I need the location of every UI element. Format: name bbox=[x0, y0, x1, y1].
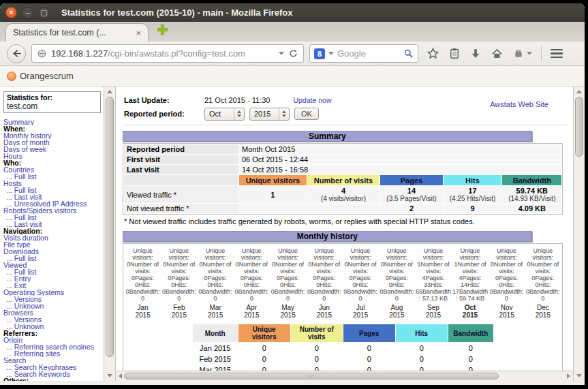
sidebar-item[interactable]: ... Full list bbox=[3, 173, 104, 180]
search-engine-dropdown-icon[interactable] bbox=[328, 52, 334, 55]
monthly-column-month: Jan 2015 bbox=[125, 304, 161, 319]
sidebar-item[interactable]: Origin bbox=[3, 337, 104, 343]
sidebar-item[interactable]: ... Entry bbox=[3, 275, 104, 282]
sidebar-item[interactable]: ... Last visit bbox=[3, 221, 104, 228]
sidebar-item[interactable]: Viewed bbox=[3, 262, 104, 268]
sidebar-item[interactable]: ... Unresolved IP Address bbox=[3, 200, 104, 207]
viewed-unique: 1 bbox=[239, 186, 307, 203]
reload-icon[interactable] bbox=[288, 48, 298, 59]
sidebar-item[interactable]: ... Full list bbox=[3, 255, 104, 262]
spin-up-icon[interactable] bbox=[282, 110, 286, 113]
search-icon[interactable] bbox=[403, 48, 414, 59]
statistics-for-box: Statistics for: test.com bbox=[3, 91, 101, 113]
scroll-left-icon[interactable] bbox=[119, 373, 122, 379]
year-spinner[interactable]: 2015 bbox=[249, 108, 290, 121]
sidebar-item[interactable]: ... Referring search engines bbox=[3, 343, 104, 350]
sidebar-item[interactable]: ... Full list bbox=[3, 268, 104, 275]
sidebar-item[interactable]: Countries bbox=[3, 166, 104, 173]
url-bar[interactable]: 192.168.1.227/cgi-bin/awstats.pl?config=… bbox=[31, 44, 304, 63]
summary-row-label: Reported period bbox=[124, 144, 238, 154]
sidebar-item[interactable]: ... Full list bbox=[3, 214, 104, 221]
plus-icon bbox=[157, 24, 168, 35]
not-viewed-bandwidth: 4.09 KB bbox=[502, 204, 561, 213]
menu-hamburger-icon[interactable] bbox=[551, 49, 563, 59]
back-button[interactable] bbox=[7, 44, 26, 63]
monthly-column: Unique visitors: 0Number of visits: 0Pag… bbox=[125, 247, 161, 319]
bookmark-star-icon[interactable] bbox=[427, 47, 439, 60]
sidebar-item[interactable]: Visits duration bbox=[3, 234, 104, 241]
bandwidth-column-header: Bandwidth bbox=[448, 324, 493, 342]
monthly-column-alt-text: Unique visitors: 0Number of visits: 0Pag… bbox=[197, 247, 233, 302]
not-viewed-traffic-label: Not viewed traffic * bbox=[124, 204, 238, 213]
main-horizontal-scrollbar[interactable] bbox=[116, 371, 573, 381]
monthly-column-alt-text: Unique visitors: 0Number of visits: 0Pag… bbox=[489, 247, 525, 302]
tab-close-icon[interactable]: × bbox=[136, 28, 141, 38]
scroll-up-icon[interactable] bbox=[107, 90, 112, 93]
monthly-column-month: Feb 2015 bbox=[161, 304, 197, 319]
sidebar-item[interactable]: ... Search Keyphrases bbox=[3, 364, 104, 371]
window-close-button[interactable]: × bbox=[5, 7, 17, 18]
spin-down-icon[interactable] bbox=[282, 114, 286, 117]
sidebar-item[interactable]: Hosts bbox=[3, 180, 104, 187]
ok-button[interactable]: OK bbox=[294, 108, 319, 120]
sidebar-item[interactable]: ... Versions bbox=[3, 296, 104, 302]
main-scrollbar-thumb[interactable] bbox=[575, 97, 583, 157]
new-tab-button[interactable] bbox=[157, 24, 168, 38]
not-viewed-unique bbox=[239, 204, 307, 213]
monthly-column: Unique visitors: 0Number of visits: 0Pag… bbox=[489, 247, 525, 319]
sidebar-scrollbar-thumb[interactable] bbox=[106, 97, 114, 357]
bookmark-orangescrum[interactable]: Orangescrum bbox=[7, 71, 74, 81]
monthly-table-row: Feb 2015 0 0 0 0 0 bbox=[193, 354, 493, 364]
sidebar-item[interactable]: ... Exit bbox=[3, 282, 104, 289]
monthly-column: Unique visitors: 0Number of visits: 0Pag… bbox=[270, 247, 306, 319]
sidebar-item[interactable]: File type bbox=[3, 241, 104, 248]
bookmarks-clipboard-icon[interactable] bbox=[448, 47, 461, 60]
scroll-down-icon[interactable] bbox=[576, 374, 582, 377]
window-minimize-button[interactable]: – bbox=[22, 7, 33, 18]
sidebar-item[interactable]: ... Versions bbox=[3, 316, 104, 323]
sidebar-item[interactable]: ... Unknown bbox=[3, 323, 104, 330]
main-vertical-scrollbar[interactable] bbox=[573, 87, 585, 381]
monthly-table-row: Jan 2015 0 0 0 0 0 bbox=[193, 343, 493, 353]
tab-statistics[interactable]: Statistics for test.com (... × bbox=[5, 23, 149, 42]
sidebar-item[interactable]: ... Search Keywords bbox=[3, 371, 104, 377]
scroll-up-icon[interactable] bbox=[576, 90, 582, 93]
url-dropdown-icon[interactable] bbox=[279, 52, 284, 55]
plugin-dropdown-icon[interactable] bbox=[527, 52, 532, 55]
sidebar-item[interactable]: Summary bbox=[3, 119, 104, 125]
sidebar-scrollbar[interactable] bbox=[104, 87, 116, 381]
sidebar-item[interactable]: Robots/Spiders visitors bbox=[3, 207, 104, 214]
update-now-link[interactable]: Update now bbox=[293, 96, 331, 104]
sidebar-item[interactable]: Days of week bbox=[3, 146, 104, 153]
spin-up-icon[interactable] bbox=[237, 110, 241, 113]
horizontal-scrollbar-thumb[interactable] bbox=[124, 373, 499, 379]
plugin-icon[interactable] bbox=[512, 48, 525, 59]
sidebar-item[interactable]: ... Referring sites bbox=[3, 350, 104, 357]
sidebar-item[interactable]: ... Full list bbox=[3, 187, 104, 193]
downloads-icon[interactable] bbox=[469, 48, 482, 60]
monthly-column-month: Mar 2015 bbox=[197, 304, 233, 319]
sidebar-item[interactable]: Operating Systems bbox=[3, 289, 104, 296]
sidebar-item[interactable]: Downloads bbox=[3, 248, 104, 255]
sidebar-item: When: bbox=[3, 125, 104, 132]
window-maximize-button[interactable]: ▢ bbox=[38, 7, 50, 18]
spin-down-icon[interactable] bbox=[237, 114, 241, 117]
url-host: 192.168.1.227 bbox=[51, 48, 108, 59]
year-spinner-arrows[interactable] bbox=[279, 108, 289, 120]
home-icon[interactable] bbox=[491, 48, 504, 60]
sidebar-item[interactable]: ... Unknown bbox=[3, 302, 104, 309]
awstats-website-link[interactable]: Awstats Web Site bbox=[490, 100, 548, 108]
month-spinner-arrows[interactable] bbox=[234, 108, 244, 120]
sidebar-item[interactable]: Hours bbox=[3, 153, 104, 159]
scroll-right-icon[interactable] bbox=[567, 373, 570, 379]
search-bar[interactable]: 8 Google bbox=[309, 44, 418, 63]
viewed-hits: 17(4.25 Hits/Visit) bbox=[444, 186, 501, 203]
sidebar-item[interactable]: Monthly history bbox=[3, 132, 104, 139]
sidebar-item[interactable]: Browsers bbox=[3, 309, 104, 316]
sidebar-item[interactable]: Search bbox=[3, 357, 104, 364]
sidebar-item[interactable]: ... Last visit bbox=[3, 193, 104, 200]
month-spinner[interactable]: Oct bbox=[204, 108, 245, 121]
scroll-down-icon[interactable] bbox=[107, 374, 112, 377]
summary-section-title: Summary bbox=[123, 131, 532, 142]
sidebar-item[interactable]: Days of month bbox=[3, 139, 104, 146]
